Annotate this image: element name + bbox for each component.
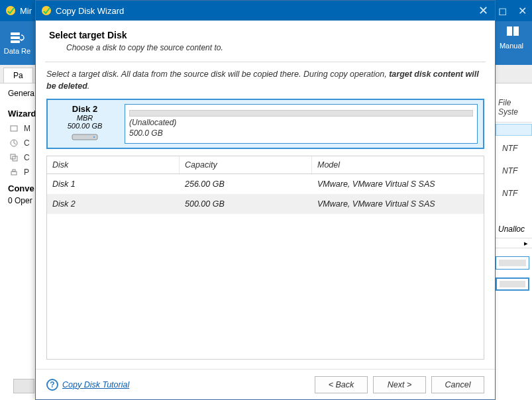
disk-mini-1[interactable] [496, 256, 529, 270]
horizontal-scrollbar[interactable]: ▸ [496, 238, 532, 248]
svg-rect-1 [11, 32, 20, 35]
manual-icon[interactable] [505, 25, 520, 39]
back-button[interactable]: < Back [315, 376, 368, 393]
svg-rect-9 [13, 170, 15, 172]
selected-disk-panel: Disk 2 MBR 500.00 GB (Unallocated) 500.0… [46, 99, 484, 149]
page-subtitle: Choose a disk to copy the source content… [49, 40, 482, 52]
cell-model: VMware, VMware Virtual S SAS [312, 174, 484, 194]
parent-close-button[interactable]: ✕ [512, 0, 532, 21]
disk-table: Disk Capacity Model Disk 1256.00 GBVMwar… [46, 156, 484, 360]
selected-disk-info: Disk 2 MBR 500.00 GB [53, 104, 117, 144]
svg-rect-4 [11, 126, 17, 131]
svg-rect-2 [11, 36, 20, 39]
right-fs-row[interactable]: NTF [496, 160, 532, 182]
disk-stack-icon [9, 31, 25, 44]
app-icon [5, 5, 16, 16]
cell-capacity: 500.00 GB [180, 194, 312, 214]
right-panel: File Syste NTF NTF NTF Unalloc ▸ [496, 65, 532, 396]
disk-mini-2[interactable] [496, 277, 529, 291]
cell-capacity: 256.00 GB [180, 174, 312, 194]
cancel-button[interactable]: Cancel [431, 376, 484, 393]
wizard-close-button[interactable]: ✕ [474, 1, 492, 21]
right-row-selected[interactable] [496, 124, 532, 136]
wizard-icon [9, 168, 19, 177]
help-link-container: ? Copy Disk Tutorial [46, 379, 309, 391]
help-link[interactable]: Copy Disk Tutorial [62, 380, 129, 389]
wizard-header: Select target Disk Choose a disk to copy… [36, 21, 495, 59]
next-button[interactable]: Next > [373, 376, 426, 393]
cell-disk: Disk 2 [47, 194, 180, 214]
toolbar-manual-label[interactable]: Manual [495, 42, 528, 50]
svg-point-12 [93, 136, 95, 138]
selected-disk-type: MBR [77, 114, 93, 122]
unallocated-label: (Unallocated) [129, 118, 473, 127]
cell-disk: Disk 1 [47, 174, 180, 194]
instruction-text: Select a target disk. All data from the … [46, 69, 484, 92]
help-icon: ? [46, 379, 58, 391]
wizard-titlebar[interactable]: Copy Disk Wizard ✕ [36, 1, 495, 21]
copy-disk-wizard-dialog: Copy Disk Wizard ✕ Select target Disk Ch… [35, 0, 496, 400]
cell-model: VMware, VMware Virtual S SAS [312, 194, 484, 214]
selected-disk-name: Disk 2 [72, 104, 97, 114]
right-fs-row[interactable]: NTF [496, 137, 532, 160]
right-col-header: File Syste [496, 65, 532, 123]
toolbar-data-recovery[interactable]: Data Re [0, 28, 34, 58]
col-capacity[interactable]: Capacity [180, 156, 312, 174]
wizard-icon [9, 153, 19, 162]
wizard-icon [9, 124, 19, 133]
wizard-footer: ? Copy Disk Tutorial < Back Next > Cance… [36, 369, 495, 399]
right-unallocated: Unalloc [496, 205, 532, 238]
col-disk[interactable]: Disk [47, 156, 180, 174]
right-fs-row[interactable]: NTF [496, 182, 532, 205]
page-title: Select target Disk [49, 30, 482, 40]
selected-disk-layout: (Unallocated) 500.0 GB [125, 104, 478, 144]
tab-partition[interactable]: Pa [3, 68, 33, 83]
hard-disk-icon [72, 132, 98, 144]
table-row[interactable]: Disk 1256.00 GBVMware, VMware Virtual S … [47, 174, 484, 194]
wizard-title: Copy Disk Wizard [56, 6, 474, 16]
table-row[interactable]: Disk 2500.00 GBVMware, VMware Virtual S … [47, 194, 484, 214]
toolbar-label: Data Re [4, 47, 30, 55]
unallocated-bar [129, 110, 473, 117]
selected-disk-size: 500.00 GB [68, 122, 103, 130]
collapse-button[interactable] [13, 379, 34, 393]
wizard-app-icon [41, 5, 52, 16]
col-model[interactable]: Model [312, 156, 484, 174]
svg-point-10 [42, 6, 51, 15]
wizard-body: Select a target disk. All data from the … [36, 62, 495, 369]
svg-rect-3 [11, 40, 20, 43]
svg-point-0 [6, 6, 15, 15]
svg-rect-8 [11, 172, 17, 175]
unallocated-size: 500.0 GB [129, 128, 473, 138]
wizard-icon [9, 138, 19, 148]
table-header: Disk Capacity Model [47, 156, 484, 174]
